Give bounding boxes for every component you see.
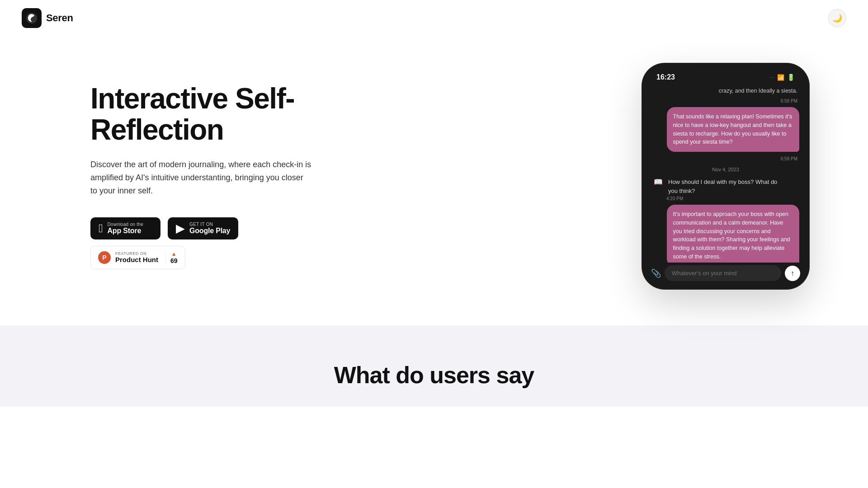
chat-attach-icon: 📎 (651, 268, 661, 278)
google-play-label-top: GET IT ON (189, 222, 230, 227)
testimonials-section: What do users say (0, 325, 868, 407)
chat-timestamp-1: 6:58 PM (652, 99, 799, 103)
testimonials-title: What do users say (0, 361, 868, 389)
chat-timestamp-3: 4:20 PM (666, 196, 797, 201)
app-store-label-top: Download on the (108, 222, 144, 227)
hero-content: Interactive Self-Reflection Discover the… (90, 83, 326, 269)
product-hunt-featured: FEATURED ON (115, 251, 158, 256)
product-hunt-name: Product Hunt (115, 256, 158, 263)
wifi-icon: 📶 (777, 74, 784, 81)
logo-icon (22, 8, 42, 28)
product-hunt-badge[interactable]: P FEATURED ON Product Hunt ▲ 69 (90, 246, 185, 269)
phone-status-icons: ··· 📶 🔋 (769, 74, 795, 81)
dots-icon: ··· (769, 75, 774, 80)
battery-icon: 🔋 (787, 74, 795, 81)
moon-icon: 🌙 (832, 13, 842, 23)
hero-title: Interactive Self-Reflection (90, 83, 326, 145)
product-hunt-text: FEATURED ON Product Hunt (115, 251, 158, 263)
phone-mockup: 16:23 ··· 📶 🔋 crazy, and then Ideally a … (642, 63, 809, 289)
ai-bubble-1: That sounds like a relaxing plan! Someti… (667, 107, 799, 152)
chat-timestamp-2: 6:58 PM (652, 156, 799, 161)
google-play-label-bottom: Google Play (189, 227, 230, 235)
apple-icon:  (99, 222, 103, 234)
chat-send-button[interactable]: ↑ (785, 266, 800, 281)
send-arrow-icon: ↑ (791, 269, 794, 277)
chat-tail-text: crazy, and then Ideally a siesta. (652, 88, 799, 94)
chat-user-avatar-icon: 📖 (654, 178, 663, 186)
product-hunt-votes: ▲ 69 (165, 251, 178, 264)
phone-status-bar: 16:23 ··· 📶 🔋 (648, 71, 803, 86)
upvote-arrow-icon: ▲ (171, 251, 177, 257)
play-icon: ▶ (176, 222, 185, 234)
app-store-label-bottom: App Store (108, 227, 144, 235)
chat-input[interactable] (665, 265, 781, 281)
vote-count: 69 (170, 257, 178, 264)
ai-bubble-2: It's important to approach your boss wit… (667, 205, 799, 263)
logo-text: Seren (46, 12, 73, 24)
cta-buttons:  Download on the App Store ▶ GET IT ON … (90, 217, 326, 269)
app-store-button[interactable]:  Download on the App Store (90, 217, 160, 239)
hero-section: Interactive Self-Reflection Discover the… (0, 0, 868, 325)
phone-mockup-container: 16:23 ··· 📶 🔋 crazy, and then Ideally a … (326, 63, 809, 289)
phone-chat: crazy, and then Ideally a siesta. 6:58 P… (648, 86, 803, 263)
product-hunt-icon: P (98, 251, 111, 264)
phone-time: 16:23 (656, 73, 675, 81)
user-question: How should I deal with my boss? What do … (666, 178, 784, 195)
hero-description: Discover the art of modern journaling, w… (90, 158, 312, 197)
google-play-button[interactable]: ▶ GET IT ON Google Play (168, 217, 238, 239)
logo[interactable]: Seren (22, 8, 73, 28)
navbar: Seren 🌙 (0, 0, 868, 36)
dark-mode-button[interactable]: 🌙 (828, 9, 846, 27)
chat-input-row: 📎 ↑ (648, 263, 803, 281)
app-store-text: Download on the App Store (108, 222, 144, 235)
google-play-text: GET IT ON Google Play (189, 222, 230, 235)
chat-date-divider: Nov 4, 2023 (652, 167, 799, 172)
store-buttons-row:  Download on the App Store ▶ GET IT ON … (90, 217, 326, 239)
